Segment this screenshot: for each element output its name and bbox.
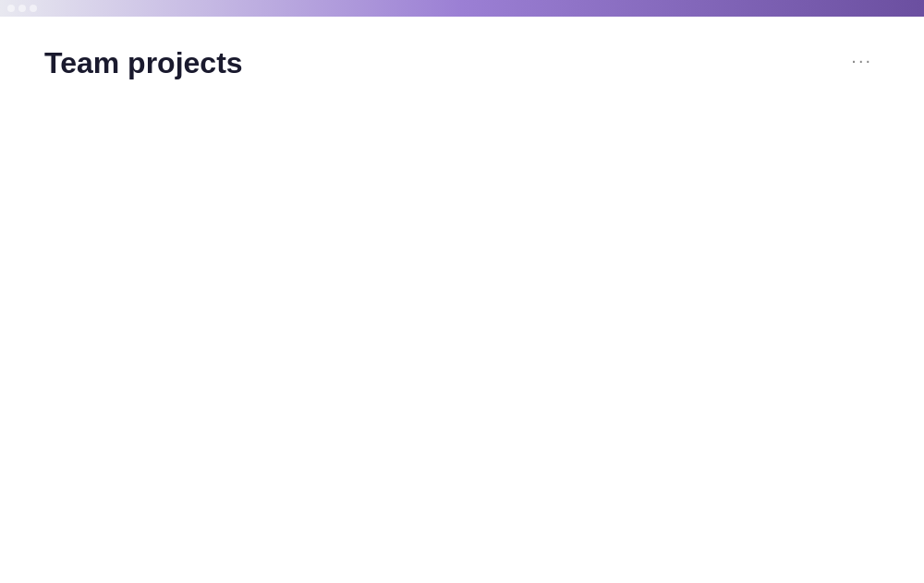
page-title: Team projects — [44, 46, 243, 80]
top-bar-dot — [30, 5, 37, 12]
more-options-button[interactable]: ··· — [844, 46, 880, 75]
page-header: Team projects ··· — [44, 46, 880, 80]
top-bar-dot — [18, 5, 26, 12]
top-bar-dot — [7, 5, 15, 12]
page-content: Team projects ··· — [0, 17, 924, 136]
top-bar — [0, 0, 924, 17]
